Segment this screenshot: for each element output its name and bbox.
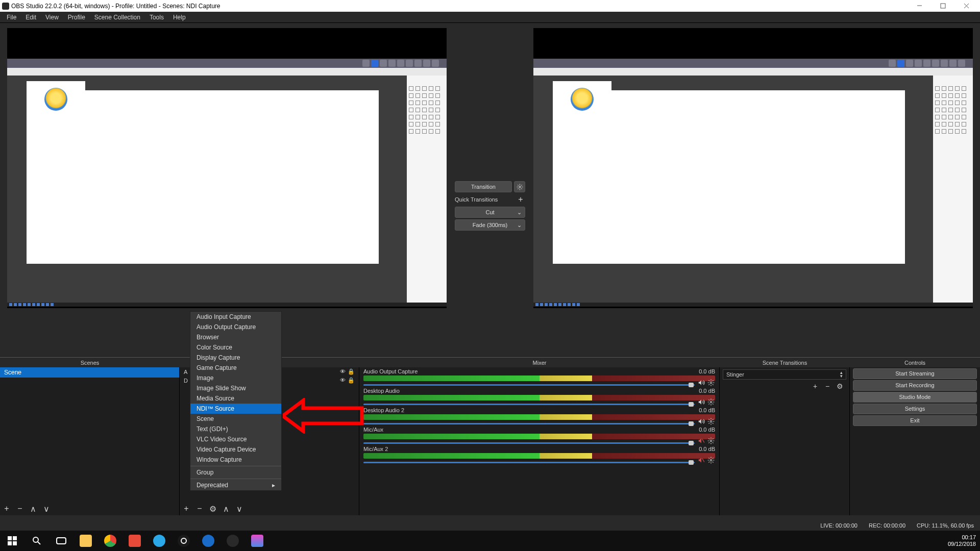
add-quick-transition-button[interactable]: + [516,195,525,204]
context-menu-item[interactable]: VLC Video Source [190,434,281,444]
lock-icon[interactable]: 🔒 [348,368,355,375]
context-menu-item[interactable]: Group [190,467,281,478]
system-tray[interactable]: 00:17 09/12/2018 [948,534,980,547]
channel-settings-button[interactable] [707,398,715,406]
taskbar-app[interactable] [245,531,270,551]
mixer-channel-db: 0.0 dB [699,407,715,413]
menu-file[interactable]: File [2,12,21,22]
context-menu-item[interactable]: Display Capture [190,353,281,363]
svg-line-8 [702,439,704,443]
menu-edit[interactable]: Edit [21,12,41,22]
windows-taskbar: 00:17 09/12/2018 [0,531,980,551]
preview-left[interactable] [7,28,447,308]
move-scene-up-button[interactable]: ∧ [29,504,38,513]
channel-settings-button[interactable] [707,417,715,425]
remove-source-button[interactable]: − [195,504,204,513]
context-menu-item[interactable]: Color Source [190,342,281,353]
search-button[interactable] [24,531,49,551]
mute-button[interactable] [697,456,705,464]
task-view-button[interactable] [49,531,74,551]
channel-settings-button[interactable] [707,437,715,445]
context-menu-item[interactable]: Image [190,373,281,383]
control-button-exit[interactable]: Exit [853,415,977,426]
context-menu-item[interactable]: Image Slide Show [190,383,281,393]
context-menu-item[interactable]: NDI™ Source [190,404,281,414]
context-menu-item[interactable]: Game Capture [190,363,281,373]
quick-transition-cut[interactable]: Cut⌄ [455,207,525,218]
volume-slider[interactable] [363,383,715,387]
taskbar-app-obs[interactable] [220,531,245,551]
mute-button[interactable] [697,379,705,387]
svg-point-11 [710,459,712,461]
svg-rect-1 [941,4,945,8]
star-icon [571,88,594,111]
taskbar-app-chrome[interactable] [98,531,122,551]
taskbar-app[interactable] [147,531,172,551]
context-menu-item[interactable]: Browser [190,332,281,342]
context-menu-item[interactable]: Video Capture Device [190,444,281,455]
channel-settings-button[interactable] [707,379,715,387]
context-menu-item[interactable]: Scene [190,414,281,424]
visibility-icon[interactable]: 👁 [340,377,346,384]
context-menu-item[interactable]: Audio Input Capture [190,312,281,322]
context-menu-item[interactable]: Media Source [190,393,281,404]
audio-meter [363,375,715,381]
transition-button[interactable]: Transition [455,181,512,192]
context-menu-item[interactable]: Window Capture [190,455,281,465]
mute-button[interactable] [697,398,705,406]
menu-help[interactable]: Help [168,12,190,22]
minimize-button[interactable] [908,0,931,12]
start-button[interactable] [0,531,24,551]
taskbar-app-explorer[interactable] [74,531,98,551]
volume-slider[interactable] [363,460,715,464]
transition-settings-button[interactable] [514,181,525,192]
quick-transition-fade[interactable]: Fade (300ms)⌄ [455,219,525,231]
dock-header-scenes[interactable]: Scenes [0,357,180,367]
mute-button[interactable] [697,417,705,425]
channel-settings-button[interactable] [707,456,715,464]
control-button-start-recording[interactable]: Start Recording [853,380,977,391]
menu-scene-collection[interactable]: Scene Collection [90,12,145,22]
scene-item[interactable]: Scene [0,367,179,378]
mixer-channel-name: Desktop Audio 2 [363,407,404,413]
preview-right[interactable] [533,28,973,308]
menu-tools[interactable]: Tools [145,12,168,22]
control-button-studio-mode[interactable]: Studio Mode [853,392,977,403]
context-menu-item[interactable]: Text (GDI+) [190,424,281,434]
volume-slider[interactable] [363,441,715,445]
transition-select[interactable]: Stinger ▴▾ [723,369,846,380]
move-source-down-button[interactable]: ∨ [235,504,244,513]
move-scene-down-button[interactable]: ∨ [42,504,51,513]
taskbar-app[interactable] [122,531,147,551]
control-button-start-streaming[interactable]: Start Streaming [853,368,977,379]
menu-profile[interactable]: Profile [63,12,90,22]
taskbar-app[interactable] [196,531,220,551]
close-button[interactable] [954,0,978,12]
menu-view[interactable]: View [41,12,63,22]
dock-header-controls[interactable]: Controls [850,357,980,367]
context-menu-item[interactable]: Deprecated [190,480,281,490]
taskbar-app-steam[interactable] [172,531,196,551]
audio-meter [363,414,715,420]
control-button-settings[interactable]: Settings [853,404,977,414]
lock-icon[interactable]: 🔒 [348,377,355,384]
volume-slider[interactable] [363,421,715,425]
visibility-icon[interactable]: 👁 [340,368,346,375]
remove-transition-button[interactable]: − [823,382,832,391]
context-menu-item[interactable]: Audio Output Capture [190,322,281,332]
volume-slider[interactable] [363,402,715,406]
maximize-button[interactable] [931,0,954,12]
add-scene-button[interactable]: + [2,504,11,513]
annotation-arrow [283,398,364,434]
dock-header-scene-transitions[interactable]: Scene Transitions [720,357,850,367]
audio-meter [363,434,715,439]
transition-settings-button[interactable]: ⚙ [835,382,844,391]
dock-header-mixer[interactable]: Mixer [359,357,720,367]
add-transition-button[interactable]: + [811,382,820,391]
source-settings-button[interactable]: ⚙ [208,504,217,513]
gear-icon [517,184,523,190]
mute-button[interactable] [697,437,705,445]
move-source-up-button[interactable]: ∧ [222,504,231,513]
remove-scene-button[interactable]: − [15,504,24,513]
add-source-button[interactable]: + [182,504,191,513]
